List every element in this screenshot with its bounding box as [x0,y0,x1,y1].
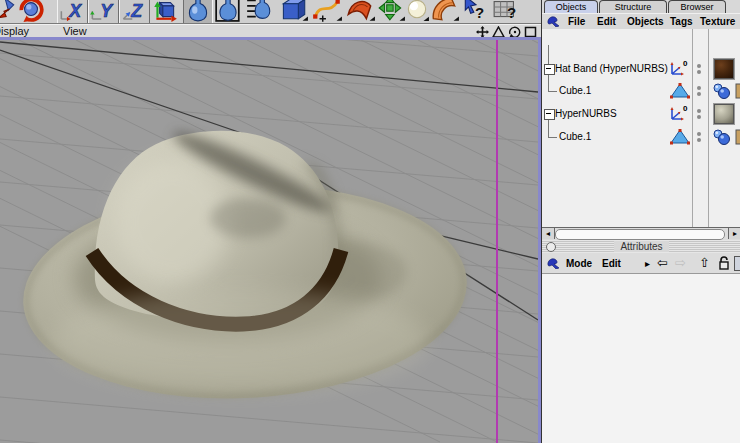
up-arrow-icon[interactable]: ⇧ [699,255,710,270]
use-model-tool-icon[interactable] [214,0,242,23]
lock-z-axis-icon[interactable]: Z [119,0,150,24]
menu-edit[interactable]: Edit [602,257,621,270]
add-scene-icon[interactable] [404,0,430,23]
visibility-dot-editor[interactable] [697,64,701,68]
move-view-icon[interactable] [476,26,489,38]
context-help-icon[interactable]: ? [492,0,522,23]
polygon-object-icon[interactable] [670,129,690,145]
polygon-object-icon[interactable] [670,83,690,99]
material-thumbnail-brown[interactable] [713,58,735,80]
collapse-toggle-icon[interactable] [544,64,555,75]
menu-file[interactable]: File [568,15,585,28]
svg-text:?: ? [475,4,484,21]
move-tool-icon[interactable] [0,0,18,23]
flyout-arrow-icon[interactable]: ▸ [645,258,650,269]
tree-row-cube-2[interactable]: Cube.1 [542,127,740,147]
main-toolbar: X Y Z [0,0,541,24]
menu-objects[interactable]: Objects [627,15,664,28]
material-thumbnail-olive[interactable] [713,103,735,125]
menu-tags[interactable]: Tags [670,15,693,28]
viewport-menubar: Display View [0,24,541,38]
use-object-tool-icon[interactable] [183,0,213,24]
maximize-view-icon[interactable] [524,26,537,38]
attributes-title: Attributes [614,241,668,252]
object-label[interactable]: Cube.1 [559,131,591,143]
pin-icon[interactable] [546,257,561,269]
use-hierarchy-tool-icon[interactable] [245,0,273,23]
back-arrow-icon[interactable]: ⇦ [657,255,668,270]
hat-model[interactable] [18,123,472,410]
scrollbar-thumb[interactable] [555,229,725,240]
scroll-right-arrow[interactable]: ▸ [728,228,740,239]
scale-view-icon[interactable] [492,26,505,38]
forward-arrow-icon[interactable]: ⇨ [675,255,686,270]
collapse-widget-icon[interactable] [546,242,556,252]
tab-objects[interactable]: Objects [544,0,598,13]
menu-mode[interactable]: Mode [566,257,592,270]
object-manager-menubar: File Edit Objects Tags Texture [542,13,740,30]
visibility-dot-render[interactable] [697,138,701,142]
subdivision-badge: 0 [683,104,687,113]
attributes-titlebar: Attributes [542,240,740,254]
add-modeling-icon[interactable] [376,0,406,23]
menu-edit[interactable]: Edit [597,15,616,28]
add-deformer-icon[interactable] [428,0,460,23]
scroll-left-arrow[interactable]: ◂ [542,228,555,239]
tree-row-hypernurbs[interactable]: HyperNURBS 0 [542,104,740,124]
tree-row-hat-band[interactable]: Hat Band (HyperNURBS) 0 [542,59,740,79]
visibility-dot-editor[interactable] [697,109,701,113]
viewport-3d[interactable] [0,37,541,443]
rotate-view-icon[interactable] [508,26,521,38]
add-spline-icon[interactable] [311,0,343,23]
panel-tabs: Objects Structure Browser [542,0,740,13]
object-label[interactable]: HyperNURBS [555,108,617,120]
object-tree: Hat Band (HyperNURBS) 0 Cube.1 [542,29,740,227]
viewport-scene [0,40,538,443]
tab-browser[interactable]: Browser [668,0,726,13]
attributes-menubar: Mode Edit ▸ ⇦ ⇨ ⇧ [542,253,740,274]
svg-text:X: X [68,1,82,21]
partial-panel-icon[interactable] [734,256,740,271]
collapse-toggle-icon[interactable] [544,109,555,120]
selection-help-icon[interactable]: ? [461,0,491,23]
visibility-dot-editor[interactable] [697,132,701,136]
coordinate-system-icon[interactable] [151,0,179,23]
lock-open-icon[interactable] [718,256,730,270]
object-manager-panel: Objects Structure Browser File Edit Obje… [541,0,740,443]
visibility-dot-render[interactable] [697,70,701,74]
svg-text:?: ? [507,4,516,21]
menu-texture[interactable]: Texture [700,15,735,28]
tab-structure[interactable]: Structure [599,0,667,13]
phong-tag-icon[interactable] [712,82,740,100]
lock-y-axis-icon[interactable]: Y [88,0,119,24]
lock-x-axis-icon[interactable]: X [57,0,88,24]
svg-text:Z: Z [130,1,143,21]
object-label[interactable]: Hat Band (HyperNURBS) [555,63,668,75]
add-cube-icon[interactable] [277,0,309,23]
subdivision-badge: 0 [683,59,687,68]
rotate-tool-icon[interactable] [17,0,45,23]
svg-text:Y: Y [100,1,114,21]
object-label[interactable]: Cube.1 [559,85,591,97]
attributes-empty-area [542,274,740,443]
add-nurbs-icon[interactable] [344,0,376,23]
visibility-dot-editor[interactable] [697,86,701,90]
pin-icon[interactable] [546,15,561,27]
visibility-dot-render[interactable] [697,92,701,96]
phong-tag-icon[interactable] [712,128,740,146]
tree-row-cube-1[interactable]: Cube.1 [542,81,740,101]
visibility-dot-render[interactable] [697,115,701,119]
